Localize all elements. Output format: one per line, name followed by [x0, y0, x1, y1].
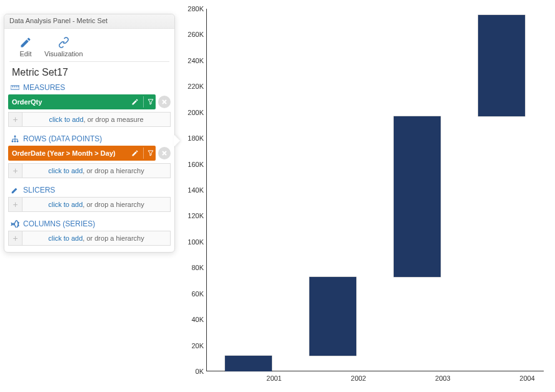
slicer-icon: [11, 186, 19, 194]
ruler-icon: [11, 83, 19, 92]
plus-icon[interactable]: +: [9, 164, 22, 178]
y-axis-tick: 220K: [181, 83, 204, 90]
data-analysis-panel: Data Analysis Panel - Metric Set Edit Vi…: [4, 14, 175, 253]
add-column-text: click to add, or drop a hierarchy: [22, 234, 170, 242]
y-axis-tick: 200K: [181, 109, 204, 116]
filter-row-button[interactable]: [143, 148, 154, 159]
measure-pill[interactable]: OrderQty: [8, 94, 156, 109]
series-icon: [11, 219, 19, 228]
y-axis-tick: 100K: [181, 238, 204, 246]
hierarchy-icon: [11, 134, 19, 143]
add-row-link[interactable]: click to add: [48, 167, 82, 174]
metricset-name: Metric Set17: [4, 62, 174, 81]
row-pill-label: OrderDate (Year > Month > Day): [8, 149, 129, 157]
edit-row-button[interactable]: [129, 148, 141, 159]
y-axis-tick: 160K: [181, 161, 204, 168]
add-column-link[interactable]: click to add: [48, 234, 82, 242]
panel-title: Data Analysis Panel - Metric Set: [4, 14, 174, 29]
measure-pill-label: OrderQty: [8, 98, 129, 106]
add-slicer-link[interactable]: click to add: [48, 201, 82, 208]
filter-measure-button[interactable]: [143, 96, 154, 108]
visualization-button[interactable]: Visualization: [44, 35, 83, 58]
svg-point-7: [14, 141, 16, 143]
y-axis-tick: 80K: [181, 264, 204, 271]
panel-toolbar: Edit Visualization: [9, 29, 169, 62]
add-slicer-dropzone[interactable]: + click to add, or drop a hierarchy: [8, 197, 171, 212]
y-axis-tick: 60K: [181, 290, 204, 298]
add-row-dropzone[interactable]: + click to add, or drop a hierarchy: [8, 163, 171, 178]
y-axis-tick: 40K: [181, 316, 204, 323]
svg-point-8: [17, 141, 19, 143]
y-axis-tick: 240K: [181, 57, 204, 64]
x-axis-tick: 2003: [435, 374, 450, 382]
y-axis-tick: 140K: [181, 186, 204, 194]
svg-point-5: [14, 136, 16, 138]
y-axis-tick: 280K: [181, 5, 204, 13]
section-slicers-label: SLICERS: [23, 186, 55, 194]
row-pill[interactable]: OrderDate (Year > Month > Day): [8, 146, 156, 161]
chart-bar[interactable]: [309, 277, 356, 356]
plus-icon[interactable]: +: [9, 231, 22, 245]
plus-icon[interactable]: +: [9, 113, 22, 126]
y-axis-tick: 120K: [181, 212, 204, 219]
plus-icon[interactable]: +: [9, 198, 22, 211]
section-slicers-header: SLICERS: [4, 183, 174, 197]
y-axis-tick: 0K: [181, 368, 204, 375]
remove-row-button[interactable]: [158, 147, 171, 159]
chart-bar[interactable]: [478, 15, 524, 116]
edit-label: Edit: [20, 50, 32, 58]
chart-bar[interactable]: [225, 356, 271, 371]
x-axis-tick: 2004: [519, 374, 534, 382]
section-rows-header: ROWS (DATA POINTS): [4, 132, 174, 146]
add-measure-dropzone[interactable]: + click to add, or drop a measure: [8, 112, 171, 127]
x-axis-tick: 2001: [266, 374, 281, 382]
pencil-icon: [18, 35, 33, 50]
chart-bar[interactable]: [394, 116, 440, 277]
section-columns-label: COLUMNS (SERIES): [23, 219, 95, 228]
x-axis-tick: 2002: [351, 374, 366, 382]
visualization-label: Visualization: [44, 50, 83, 58]
waterfall-chart: 2001200220032004 0K20K40K60K80K100K120K1…: [181, 5, 550, 386]
add-slicer-text: click to add, or drop a hierarchy: [22, 201, 170, 208]
edit-measure-button[interactable]: [129, 96, 141, 108]
svg-point-6: [12, 141, 14, 143]
remove-measure-button[interactable]: [158, 96, 171, 108]
panel-pointer-icon: [174, 134, 180, 147]
add-measure-text: click to add, or drop a measure: [22, 116, 170, 123]
y-axis-tick: 260K: [181, 31, 204, 38]
add-measure-link[interactable]: click to add: [49, 116, 83, 123]
y-axis-tick: 180K: [181, 134, 204, 142]
section-measures-label: MEASURES: [23, 83, 65, 92]
y-axis-tick: 20K: [181, 342, 204, 349]
add-column-dropzone[interactable]: + click to add, or drop a hierarchy: [8, 231, 171, 246]
link-icon: [56, 35, 71, 50]
section-columns-header: COLUMNS (SERIES): [4, 217, 174, 231]
section-measures-header: MEASURES: [4, 81, 174, 94]
add-row-text: click to add, or drop a hierarchy: [22, 167, 170, 174]
edit-button[interactable]: Edit: [18, 35, 33, 58]
section-rows-label: ROWS (DATA POINTS): [23, 134, 102, 143]
